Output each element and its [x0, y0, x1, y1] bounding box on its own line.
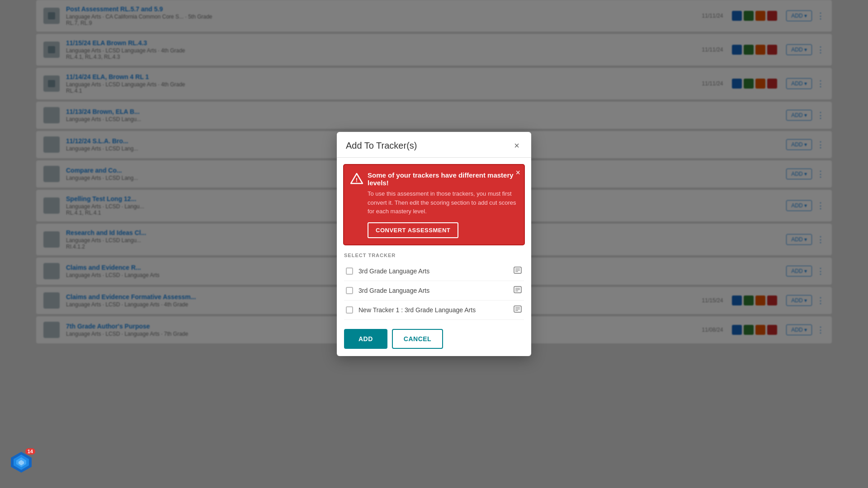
tracker-checkbox-2[interactable] — [346, 306, 353, 314]
warning-banner: × ! Some of your trackers have different… — [343, 164, 525, 245]
tracker-name-1: 3rd Grade Language Arts — [359, 287, 513, 294]
cancel-button[interactable]: CANCEL — [392, 329, 443, 349]
tracker-info-icon-1[interactable] — [513, 285, 522, 296]
tracker-item-2[interactable]: New Tracker 1 : 3rd Grade Language Arts — [344, 300, 524, 320]
tracker-name-2: New Tracker 1 : 3rd Grade Language Arts — [359, 306, 513, 314]
app-icon[interactable]: 14 — [9, 450, 38, 479]
warning-title: Some of your trackers have different mas… — [368, 171, 518, 187]
modal-overlay: Add To Tracker(s) × × ! Some of your tra… — [0, 0, 868, 488]
tracker-checkbox-1[interactable] — [346, 287, 353, 294]
tracker-checkbox-0[interactable] — [346, 267, 353, 275]
modal-footer: ADD CANCEL — [337, 323, 531, 356]
modal-close-button[interactable]: × — [511, 140, 522, 151]
warning-triangle-icon: ! — [350, 172, 363, 185]
warning-text: To use this assessment in those trackers… — [368, 189, 518, 216]
svg-text:!: ! — [356, 177, 358, 183]
tracker-info-icon-0[interactable] — [513, 266, 522, 277]
add-button[interactable]: ADD — [344, 329, 387, 349]
convert-assessment-button[interactable]: CONVERT ASSESSMENT — [368, 222, 458, 238]
add-to-tracker-modal: Add To Tracker(s) × × ! Some of your tra… — [337, 132, 531, 356]
modal-header: Add To Tracker(s) × — [337, 132, 531, 158]
warning-header: ! Some of your trackers have different m… — [350, 171, 518, 238]
notification-badge: 14 — [25, 448, 35, 455]
tracker-item-0[interactable]: 3rd Grade Language Arts — [344, 262, 524, 281]
warning-content: Some of your trackers have different mas… — [368, 171, 518, 238]
select-tracker-section: SELECT TRACKER 3rd Grade Language Arts 3… — [337, 248, 531, 323]
tracker-info-icon-2[interactable] — [513, 305, 522, 315]
modal-title: Add To Tracker(s) — [346, 141, 417, 151]
select-tracker-label: SELECT TRACKER — [344, 253, 524, 258]
tracker-name-0: 3rd Grade Language Arts — [359, 267, 513, 275]
warning-close-button[interactable]: × — [515, 169, 520, 177]
tracker-item-1[interactable]: 3rd Grade Language Arts — [344, 281, 524, 300]
